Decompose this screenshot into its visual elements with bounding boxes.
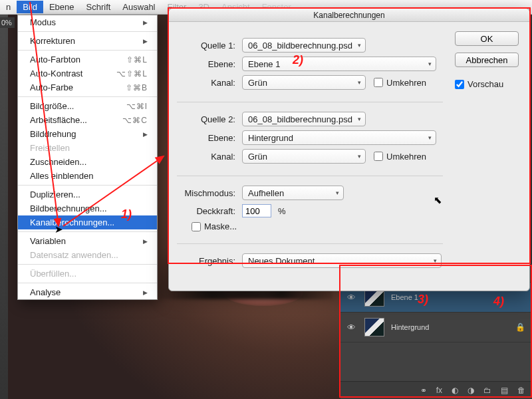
chevron-down-icon: ▾ bbox=[358, 116, 361, 122]
menubar-item-auswahl[interactable]: Auswahl bbox=[116, 1, 161, 13]
chevron-down-icon: ▾ bbox=[336, 190, 339, 196]
q1-umkehren-checkbox[interactable]: Umkehren bbox=[374, 78, 426, 88]
folder-icon[interactable]: 🗀 bbox=[483, 386, 491, 395]
menubar-item-prev[interactable]: n bbox=[0, 1, 17, 13]
menu-auto-kontrast[interactable]: Auto-Kontrast⌥⇧⌘L bbox=[18, 66, 157, 80]
dialog-title: Kanalberechnungen bbox=[169, 9, 529, 22]
menu-label: Bildberechnungen... bbox=[30, 203, 107, 213]
layer-name: Hintergrund bbox=[391, 323, 515, 331]
select-value: 06_08_bildberechnung.psd bbox=[248, 41, 352, 51]
kanal2-label: Kanal: bbox=[177, 152, 242, 162]
chevron-down-icon: ▾ bbox=[358, 43, 361, 48]
menu-label: Auto-Farbe bbox=[30, 82, 73, 92]
select-value: 06_08_bildberechnung.psd bbox=[248, 114, 352, 124]
chevron-down-icon: ▾ bbox=[428, 61, 432, 66]
menu-label: Modus bbox=[30, 17, 56, 27]
quelle1-label: Quelle 1: bbox=[177, 41, 242, 51]
q2-umkehren-checkbox[interactable]: Umkehren bbox=[374, 152, 426, 162]
abbrechen-button[interactable]: Abbrechen bbox=[455, 53, 519, 67]
mischmodus-label: Mischmodus: bbox=[177, 188, 242, 198]
layer-thumbnail[interactable] bbox=[364, 318, 384, 336]
menu-bildberechnungen[interactable]: Bildberechnungen... bbox=[18, 201, 157, 215]
link-icon[interactable]: ⚭ bbox=[420, 386, 427, 395]
menubar-item-ebene[interactable]: Ebene bbox=[43, 1, 80, 13]
select-value: Neues Dokument bbox=[248, 256, 315, 266]
menu-label: Zuschneiden... bbox=[30, 157, 86, 167]
ok-button[interactable]: OK bbox=[455, 31, 519, 46]
checkbox-label: Umkehren bbox=[386, 152, 426, 162]
left-toolbar-strip bbox=[0, 15, 8, 399]
menu-label: Duplizieren... bbox=[30, 190, 80, 200]
ebene-label: Ebene: bbox=[177, 59, 242, 69]
vorschau-checkbox[interactable]: Vorschau bbox=[455, 79, 503, 89]
menu-shortcut: ⌥⌘C bbox=[122, 116, 148, 125]
menu-label: Variablen bbox=[30, 236, 66, 246]
maske-checkbox[interactable]: Maske... bbox=[192, 221, 237, 231]
menu-label: Alles einblenden bbox=[30, 171, 93, 181]
menubar-item-schrift[interactable]: Schrift bbox=[80, 1, 117, 13]
menu-kanalberechnungen[interactable]: Kanalberechnungen... bbox=[18, 215, 157, 229]
menu-alles-einblenden[interactable]: Alles einblenden bbox=[18, 169, 157, 183]
layers-bottom-bar: ⚭ fx ◐ ◑ 🗀 ▤ 🗑 bbox=[340, 381, 532, 399]
menu-arbeitsflaeche[interactable]: Arbeitsfläche...⌥⌘C bbox=[18, 113, 157, 127]
fx-icon[interactable]: fx bbox=[436, 386, 442, 395]
q2-kanal-select[interactable]: Grün▾ bbox=[242, 149, 366, 164]
menu-label: Kanalberechnungen... bbox=[30, 217, 114, 227]
deckkraft-input[interactable] bbox=[242, 204, 271, 217]
mischmodus-select[interactable]: Aufhellen▾ bbox=[242, 186, 344, 200]
menu-shortcut: ⌥⌘I bbox=[126, 102, 148, 111]
adjustment-icon[interactable]: ◑ bbox=[467, 386, 474, 395]
menu-auto-farbe[interactable]: Auto-Farbe⇧⌘B bbox=[18, 80, 157, 94]
checkbox-label: Vorschau bbox=[467, 79, 503, 89]
quelle1-select[interactable]: 06_08_bildberechnung.psd▾ bbox=[242, 38, 366, 53]
zoom-fragment: 0% bbox=[0, 17, 15, 28]
menu-label: Datensatz anwenden... bbox=[30, 250, 118, 260]
menu-bildgroesse[interactable]: Bildgröße...⌥⌘I bbox=[18, 99, 157, 113]
menu-duplizieren[interactable]: Duplizieren... bbox=[18, 188, 157, 201]
visibility-icon[interactable]: 👁 bbox=[347, 323, 358, 332]
q2-ebene-select[interactable]: Hintergrund▾ bbox=[242, 130, 436, 145]
deckkraft-unit: % bbox=[278, 206, 286, 216]
layer-row[interactable]: 👁 Hintergrund 🔒 bbox=[340, 313, 532, 342]
menu-korrekturen[interactable]: Korrekturen bbox=[18, 34, 157, 48]
menu-modus[interactable]: Modus bbox=[18, 15, 157, 29]
q1-kanal-select[interactable]: Grün▾ bbox=[242, 75, 366, 90]
menu-variablen[interactable]: Variablen bbox=[18, 234, 157, 248]
menu-label: Analyse bbox=[30, 287, 61, 297]
menu-label: Überfüllen... bbox=[30, 269, 76, 279]
mask-icon[interactable]: ◐ bbox=[452, 386, 458, 395]
menu-label: Freistellen bbox=[30, 143, 70, 153]
select-value: Hintergrund bbox=[248, 133, 293, 143]
menu-analyse[interactable]: Analyse bbox=[18, 285, 157, 299]
q1-ebene-select[interactable]: Ebene 1▾ bbox=[242, 57, 436, 71]
menu-shortcut: ⌥⇧⌘L bbox=[116, 69, 148, 78]
menu-label: Bilddrehung bbox=[30, 129, 76, 139]
new-layer-icon[interactable]: ▤ bbox=[501, 386, 508, 395]
menu-ueberfuellen: Überfüllen... bbox=[18, 267, 157, 281]
select-value: Aufhellen bbox=[248, 188, 284, 198]
select-value: Grün bbox=[248, 152, 267, 162]
ergebnis-select[interactable]: Neues Dokument▾ bbox=[242, 253, 442, 268]
menu-freistellen: Freistellen bbox=[18, 141, 157, 155]
menu-zuschneiden[interactable]: Zuschneiden... bbox=[18, 155, 157, 169]
kanal-label: Kanal: bbox=[177, 78, 242, 88]
menu-label: Auto-Kontrast bbox=[30, 68, 83, 78]
visibility-icon[interactable]: 👁 bbox=[347, 293, 358, 303]
menubar-item-bild[interactable]: Bild bbox=[17, 1, 43, 13]
ebene2-label: Ebene: bbox=[177, 133, 242, 143]
quelle2-select[interactable]: 06_08_bildberechnung.psd▾ bbox=[242, 112, 366, 126]
menu-datensatz: Datensatz anwenden... bbox=[18, 248, 157, 262]
menu-label: Korrekturen bbox=[30, 36, 75, 46]
layer-name: Ebene 1 bbox=[391, 293, 525, 301]
menu-label: Bildgröße... bbox=[30, 101, 74, 111]
menu-bilddrehung[interactable]: Bilddrehung bbox=[18, 127, 157, 141]
trash-icon[interactable]: 🗑 bbox=[517, 386, 525, 395]
select-value: Grün bbox=[248, 78, 267, 88]
ergebnis-label: Ergebnis: bbox=[177, 256, 242, 266]
menu-shortcut: ⇧⌘L bbox=[126, 55, 148, 65]
select-value: Ebene 1 bbox=[248, 59, 280, 69]
deckkraft-label: Deckkraft: bbox=[177, 206, 242, 216]
menu-auto-farbton[interactable]: Auto-Farbton⇧⌘L bbox=[18, 53, 157, 66]
menu-label: Auto-Farbton bbox=[30, 55, 80, 65]
checkbox-label: Umkehren bbox=[386, 78, 426, 88]
